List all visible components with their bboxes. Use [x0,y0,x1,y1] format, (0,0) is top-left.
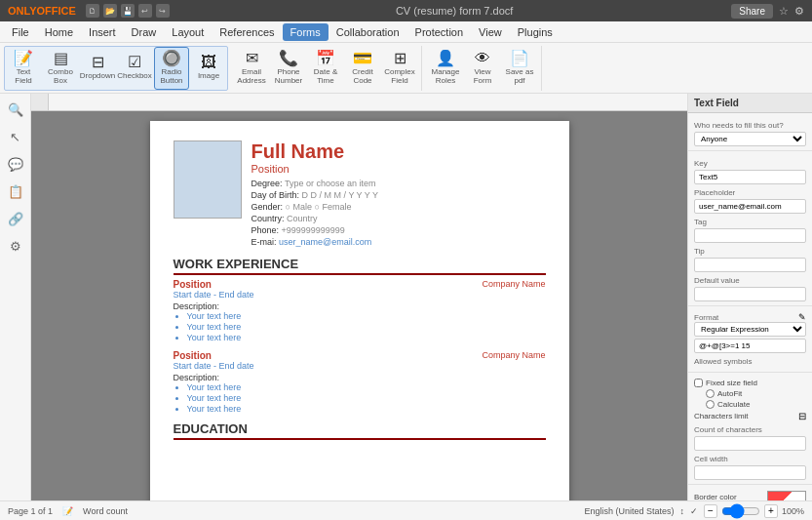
settings-icon[interactable]: ⚙ [794,5,804,18]
view-form-btn[interactable]: 👁 ViewForm [465,47,500,90]
combo-box-btn[interactable]: ▤ ComboBox [43,47,78,90]
credit-btn[interactable]: 💳 CreditCode [345,47,380,90]
phone-btn[interactable]: 📞 PhoneNumber [271,47,306,90]
panel-count-chars-input[interactable] [694,436,806,451]
panel-tag-input[interactable] [694,228,806,243]
menu-protection[interactable]: Protection [407,23,472,41]
autofit-label: AutoFit [717,389,742,398]
toolbar-group-manage: 👤 ManageRoles 👁 ViewForm 📄 Save aspdf [424,46,542,91]
language-indicator[interactable]: English (United States) [584,506,674,516]
undo-icon[interactable]: ↩ [138,4,152,18]
panel-allowed-label: Allowed symbols [694,357,806,366]
sidebar-pointer-icon[interactable]: ↖ [4,125,27,148]
share-button[interactable]: Share [731,4,773,19]
checkbox-label: Checkbox [117,72,152,81]
spell-check-icon[interactable]: ✓ [690,506,698,516]
sidebar-settings-icon[interactable]: ⚙ [4,234,27,258]
bullet-1-2: Your text here [187,322,546,332]
new-icon[interactable]: 🗋 [86,4,99,18]
dropdown-btn[interactable]: ⊟ Dropdown [80,47,115,90]
image-icon: 🖼 [201,55,216,70]
menu-forms[interactable]: Forms [283,23,329,41]
panel-format-section: Format ✎ Regular Expression Allowed symb… [688,306,812,373]
image-btn[interactable]: 🖼 Image [191,47,226,90]
email-value: user_name@email.com [279,237,371,247]
education-section-title: EDUCATION [174,421,546,440]
complex-btn[interactable]: ⊞ ComplexField [382,47,417,90]
file-icons: 🗋 📂 💾 ↩ ↪ [86,4,170,18]
save-icon[interactable]: 💾 [121,4,135,18]
work-position-2: Position [174,350,212,361]
panel-format-row: Format ✎ [694,312,806,322]
zoom-in-btn[interactable]: + [764,504,778,518]
phone-label: Phone: [251,225,280,235]
phone-value: +999999999999 [282,225,345,235]
panel-key-input[interactable] [694,170,806,184]
work-desc-label-2: Description: [174,373,546,382]
work-bullets-2: Your text here Your text here Your text … [174,382,546,414]
menu-collaboration[interactable]: Collaboration [329,23,407,41]
menu-plugins[interactable]: Plugins [510,23,561,41]
menu-home[interactable]: Home [37,23,81,41]
gender-field: Gender: ○ Male ○ Female [251,202,546,212]
text-field-label: Text Field [8,68,39,86]
star-icon[interactable]: ☆ [779,5,789,18]
panel-fixed-row: Fixed size field [694,379,806,387]
sidebar-link-icon[interactable]: 🔗 [4,207,27,230]
autofit-radio[interactable] [706,389,715,398]
panel-who-select[interactable]: Anyone [694,132,806,146]
work-bullets-1: Your text here Your text here Your text … [174,311,546,342]
save-pdf-icon: 📄 [510,51,529,66]
save-pdf-btn[interactable]: 📄 Save aspdf [502,47,537,90]
menu-references[interactable]: References [212,23,282,41]
panel-format-select[interactable]: Regular Expression [694,322,806,337]
zoom-out-btn[interactable]: − [704,504,717,518]
panel-key-section: Key Placeholder Tag Tip Default value [688,151,812,306]
panel-regex-input[interactable] [694,339,806,353]
panel-placeholder-label: Placeholder [694,188,806,197]
checkbox-btn[interactable]: ☑ Checkbox [117,47,152,90]
menu-insert[interactable]: Insert [81,23,124,41]
position-title: Position [251,163,546,175]
menu-view[interactable]: View [471,23,510,41]
panel-cell-width-input[interactable] [694,465,806,480]
zoom-slider[interactable] [721,506,760,516]
bullet-1-3: Your text here [187,333,546,342]
doc-page: Full Name Position Degree: Type or choos… [150,121,569,500]
phone-field: Phone: +999999999999 [251,225,546,235]
manage-roles-btn[interactable]: 👤 ManageRoles [428,47,463,90]
panel-who-label: Who needs to fill this out? [694,121,806,130]
sidebar-search-icon[interactable]: 🔍 [4,98,27,121]
calculate-radio[interactable] [706,400,715,409]
menu-bar: File Home Insert Draw Layout References … [0,21,812,43]
menu-layout[interactable]: Layout [164,23,212,41]
sidebar-chat-icon[interactable]: 💬 [4,152,27,176]
border-color-swatch[interactable] [767,491,806,500]
track-changes-icon[interactable]: ↕ [679,506,684,516]
doc-scroll[interactable]: Full Name Position Degree: Type or choos… [31,111,687,500]
panel-placeholder-input[interactable] [694,199,806,214]
chars-limit-toggle[interactable]: ⊟ [798,411,806,421]
toolbar: 📝 Text Field ▤ ComboBox ⊟ Dropdown ☑ Che… [0,43,812,94]
work-position-1: Position [174,279,212,290]
redo-icon[interactable]: ↪ [156,4,170,18]
open-icon[interactable]: 📂 [103,4,117,18]
photo-placeholder [174,140,242,219]
menu-draw[interactable]: Draw [124,23,165,41]
work-entry-1: Position Company Name Start date - End d… [174,279,546,342]
credit-icon: 💳 [353,51,372,66]
fixed-size-checkbox[interactable] [694,379,703,387]
status-bar: Page 1 of 1 📝 Word count English (United… [0,500,812,520]
text-field-btn[interactable]: 📝 Text Field [6,47,41,90]
work-section-title: WORK EXPERIENCE [174,257,546,275]
combo-box-label: ComboBox [48,68,73,86]
panel-tip-input[interactable] [694,258,806,272]
format-edit-icon[interactable]: ✎ [798,312,806,322]
radio-button-btn[interactable]: 🔘 RadioButton [154,47,189,90]
date-time-btn[interactable]: 📅 Date &Time [308,47,343,90]
panel-default-input[interactable] [694,287,806,301]
menu-file[interactable]: File [4,23,37,41]
sidebar-clipboard-icon[interactable]: 📋 [4,180,27,203]
right-panel: Text Field Who needs to fill this out? A… [687,94,812,500]
email-btn[interactable]: ✉ EmailAddress [234,47,269,90]
